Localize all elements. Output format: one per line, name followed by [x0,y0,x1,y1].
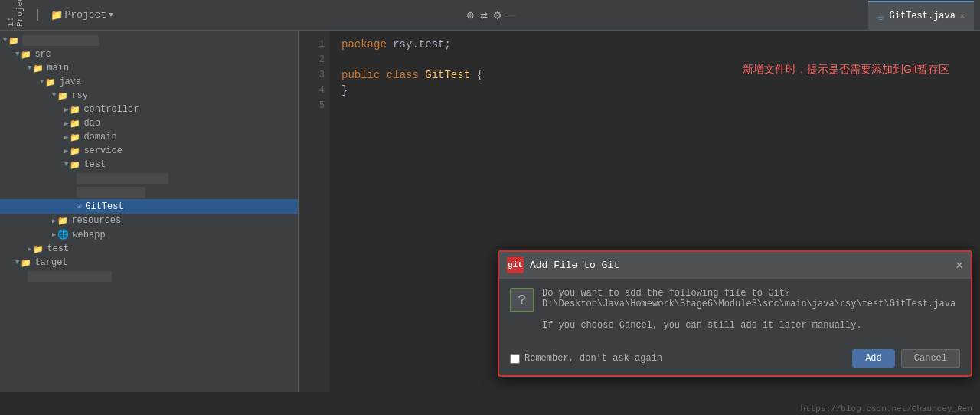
folder-icon-rsy: 📁 [57,91,68,101]
tree-item-blurred1 [0,172,298,185]
java-label: java [59,77,81,87]
folder-icon-src: 📁 [21,50,31,60]
dialog-header: git Add File to Git ✕ [499,252,971,279]
test-outer-label: test [47,243,69,254]
rsy-label: rsy [71,90,88,101]
resources-label: resources [71,215,121,226]
arrow-main: ▼ [28,64,31,72]
line-num-2: 2 [299,52,325,67]
dialog-buttons: Add Cancel [852,349,960,368]
code-line-4: } [341,83,980,98]
line-numbers: 1 2 3 4 5 [299,31,329,392]
tree-item-service[interactable]: ▶ 📁 service [0,144,298,158]
tree-item-src[interactable]: ▼ 📁 src [0,47,298,61]
arrow-service: ▶ [64,147,68,155]
dialog-message-row: ? Do you want to add the following file … [510,288,960,312]
line-num-5: 5 [299,98,325,113]
folder-icon-resources: 📁 [57,216,68,226]
folder-icon-dao: 📁 [70,119,80,129]
dialog-footer: Remember, don't ask again Add Cancel [499,349,971,375]
tree-item-controller[interactable]: ▶ 📁 controller [0,103,298,116]
folder-icon-service: 📁 [70,146,80,156]
tree-item-test-inner[interactable]: ▼ 📁 test [0,158,298,172]
blurred1-label [77,173,168,184]
watermark: https://blog.csdn.net/Chauncey_Ren [801,404,972,413]
tree-item-test-outer[interactable]: ▶ 📁 test [0,242,298,256]
webapp-label: webapp [72,230,105,240]
tree-item-webapp[interactable]: ▶ 🌐 webapp [0,227,298,242]
tree-item-root[interactable]: ▼ 📁 [0,34,298,47]
project-tab[interactable]: 1: Project [6,4,24,27]
java-file-icon: ☕ [877,8,885,24]
folder-icon-target: 📁 [21,258,31,268]
minimize-icon[interactable]: — [507,8,514,22]
file-tree: ▼ 📁 ▼ 📁 src ▼ 📁 main ▼ [0,31,298,286]
tab-close-icon[interactable]: ✕ [960,11,965,21]
line-num-4: 4 [299,83,325,98]
remember-checkbox-row: Remember, don't ask again [510,353,662,364]
arrow-controller: ▶ [64,106,68,114]
add-file-dialog: git Add File to Git ✕ ? Do you want to a… [498,250,972,377]
split-icon[interactable]: ⇄ [480,8,488,23]
tree-item-target-child [0,270,298,283]
arrow-java: ▼ [40,78,44,86]
gittest-label: GitTest [85,201,123,212]
tree-item-gittest[interactable]: ⊙ GitTest [0,199,298,214]
code-line-1: package rsy.test; [341,37,980,52]
arrow-root: ▼ [3,37,7,44]
dialog-main-text: Do you want to add the following file to… [542,288,956,309]
folder-icon-java: 📁 [45,77,56,87]
dialog-subtext: If you choose Cancel, you can still add … [542,320,960,331]
arrow-resources: ▶ [52,217,56,225]
project-dropdown[interactable]: 📁 Project ▼ [51,9,113,21]
folder-icon-test-inner: 📁 [70,160,80,170]
cancel-button[interactable]: Cancel [901,349,960,368]
line-num-1: 1 [299,37,325,52]
arrow-target: ▼ [15,259,19,266]
arrow-test-inner: ▼ [64,161,68,168]
controller-label: controller [83,104,139,115]
remember-label: Remember, don't ask again [524,353,662,364]
dialog-overlay: git Add File to Git ✕ ? Do you want to a… [490,239,980,392]
tree-item-rsy[interactable]: ▼ 📁 rsy [0,89,298,103]
tree-item-main[interactable]: ▼ 📁 main [0,61,298,75]
add-icon[interactable]: ⊕ [467,8,475,23]
tree-item-dao[interactable]: ▶ 📁 dao [0,116,298,130]
git-dialog-icon: git [507,257,524,273]
target-child-label [28,271,112,282]
folder-icon-controller: 📁 [70,105,80,115]
folder-icon-domain: 📁 [70,132,80,142]
folder-icon-root: 📁 [8,36,19,46]
dialog-filepath: D:\Desktop\Java\Homework\Stage6\Module3\… [542,299,956,309]
tree-item-domain[interactable]: ▶ 📁 domain [0,130,298,144]
arrow-domain: ▶ [64,133,68,142]
blurred2-label [77,187,145,198]
code-editor[interactable]: 1 2 3 4 5 package rsy.test; public class… [299,31,980,392]
test-inner-label: test [83,159,106,170]
main-layout: ▼ 📁 ▼ 📁 src ▼ 📁 main ▼ [0,31,980,392]
arrow-test-outer: ▶ [28,245,31,253]
arrow-webapp: ▶ [52,230,56,239]
src-label: src [34,49,51,60]
service-label: service [83,145,122,156]
line-num-3: 3 [299,67,325,83]
file-tab-gittest[interactable]: ☕ GitTest.java ✕ [868,1,974,30]
remember-checkbox[interactable] [510,354,520,364]
tree-item-target[interactable]: ▼ 📁 target [0,256,298,270]
tree-item-blurred2 [0,185,298,199]
dialog-title-text: Add File to Git [530,260,619,271]
dialog-close-button[interactable]: ✕ [956,257,963,273]
settings-icon[interactable]: ⚙ [494,8,501,23]
tree-item-resources[interactable]: ▶ 📁 resources [0,214,298,227]
question-icon: ? [510,288,534,312]
arrow-rsy: ▼ [52,92,56,100]
target-label: target [34,257,67,268]
arrow-src: ▼ [15,51,19,58]
code-line-5 [341,98,980,113]
folder-icon-main: 📁 [33,64,44,74]
tree-item-java[interactable]: ▼ 📁 java [0,75,298,89]
dao-label: dao [83,118,100,129]
add-button[interactable]: Add [852,349,895,368]
tab-label: GitTest.java [890,11,956,21]
sidebar: ▼ 📁 ▼ 📁 src ▼ 📁 main ▼ [0,31,299,392]
